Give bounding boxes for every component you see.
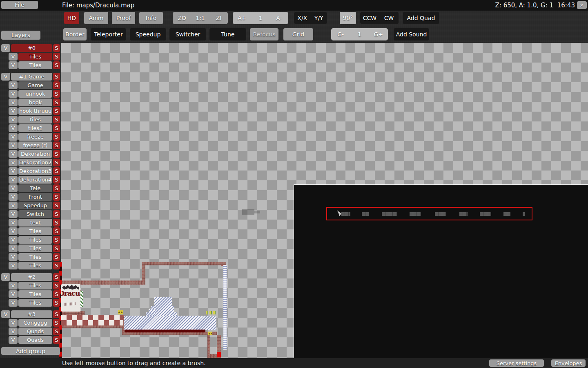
layer-settings-button[interactable]: S <box>53 176 60 184</box>
tileset-tile-cluster[interactable] <box>410 212 421 216</box>
layer-name-button[interactable]: #3 <box>11 310 52 318</box>
tileset-tile-cluster[interactable] <box>382 212 397 216</box>
layer-settings-button[interactable]: S <box>53 210 60 218</box>
layer-name-button[interactable]: Tiles <box>18 53 52 61</box>
anim-toggle-button[interactable]: Anim <box>84 12 108 24</box>
layer-settings-button[interactable]: S <box>53 202 60 209</box>
layer-settings-button[interactable]: S <box>53 262 60 269</box>
layer-name-button[interactable]: Congggg <box>18 319 52 327</box>
layer-settings-button[interactable]: S <box>53 61 60 69</box>
speedup-button[interactable]: Speedup <box>130 28 166 40</box>
tileset-tile-cluster[interactable] <box>503 212 510 216</box>
layer-settings-button[interactable]: S <box>53 81 60 89</box>
layer-name-button[interactable]: Tiles <box>18 236 52 244</box>
grid-minus-button[interactable]: G- <box>331 31 350 38</box>
layer-name-button[interactable]: Quads <box>18 336 52 344</box>
add-sound-button[interactable]: Add Sound <box>394 28 429 40</box>
layer-name-button[interactable]: Tiles <box>18 290 52 298</box>
flip-x-button[interactable]: X/X <box>294 15 311 21</box>
layer-settings-button[interactable]: S <box>53 227 60 235</box>
layer-name-button[interactable]: Tiles <box>18 227 52 235</box>
layer-settings-button[interactable]: S <box>53 184 60 192</box>
layer-name-button[interactable]: #0 <box>11 44 52 52</box>
layer-visibility-toggle[interactable]: V <box>9 245 18 252</box>
layer-visibility-toggle[interactable]: V <box>9 202 18 209</box>
layer-name-button[interactable]: Dekoration3 <box>18 167 52 175</box>
teleporter-button[interactable]: Teleporter <box>91 28 126 40</box>
add-group-button[interactable]: Add group <box>1 347 60 355</box>
layer-settings-button[interactable]: S <box>53 133 60 141</box>
tileset-tile-cluster[interactable] <box>435 212 446 216</box>
tileset-picker-panel[interactable] <box>294 184 588 359</box>
layer-visibility-toggle[interactable]: V <box>9 124 18 132</box>
layer-name-button[interactable]: Tele <box>18 184 52 192</box>
layer-visibility-toggle[interactable]: V <box>9 193 18 201</box>
layer-visibility-toggle[interactable]: V <box>9 107 18 115</box>
layer-settings-button[interactable]: S <box>53 299 60 307</box>
layer-settings-button[interactable]: S <box>53 124 60 132</box>
layer-visibility-toggle[interactable]: V <box>9 116 18 123</box>
info-toggle-button[interactable]: Info <box>139 12 163 24</box>
layer-visibility-toggle[interactable]: V <box>1 310 10 318</box>
close-icon[interactable]: × <box>577 1 587 9</box>
layer-visibility-toggle[interactable]: V <box>9 61 18 69</box>
layer-name-button[interactable]: Tiles <box>18 282 52 289</box>
layer-name-button[interactable]: Tiles <box>18 262 52 269</box>
layer-settings-button[interactable]: S <box>53 159 60 166</box>
layer-visibility-toggle[interactable]: V <box>9 328 18 335</box>
layer-settings-button[interactable]: S <box>53 253 60 261</box>
layer-name-button[interactable]: #1 Game <box>11 73 52 81</box>
layer-visibility-toggle[interactable]: V <box>9 282 18 289</box>
layer-settings-button[interactable]: S <box>53 116 60 123</box>
layer-visibility-toggle[interactable]: V <box>9 210 18 218</box>
layer-visibility-toggle[interactable]: V <box>1 44 10 52</box>
layer-visibility-toggle[interactable]: V <box>9 184 18 192</box>
layer-name-button[interactable]: Tiles <box>18 253 52 261</box>
refocus-button[interactable]: Refocus <box>250 28 278 40</box>
zoom-reset-button[interactable]: 1:1 <box>191 15 209 21</box>
layer-visibility-toggle[interactable]: V <box>9 141 18 149</box>
switcher-button[interactable]: Switcher <box>169 28 206 40</box>
layer-name-button[interactable]: Front <box>18 193 52 201</box>
tileset-tile-cluster[interactable] <box>362 212 369 216</box>
layer-visibility-toggle[interactable]: V <box>9 290 18 298</box>
layer-settings-button[interactable]: S <box>53 99 60 106</box>
layer-settings-button[interactable]: S <box>53 73 60 81</box>
layer-visibility-toggle[interactable]: V <box>9 53 18 61</box>
layer-settings-button[interactable]: S <box>53 319 60 327</box>
layer-name-button[interactable]: Switch <box>18 210 52 218</box>
zoom-out-button[interactable]: ZO <box>173 15 191 21</box>
layer-visibility-toggle[interactable]: V <box>9 99 18 106</box>
layer-visibility-toggle[interactable]: V <box>9 336 18 344</box>
layer-settings-button[interactable]: S <box>53 290 60 298</box>
tileset-tile-cluster[interactable] <box>341 212 350 216</box>
layer-settings-button[interactable]: S <box>53 167 60 175</box>
layer-name-button[interactable]: hook thruuu <box>18 107 52 115</box>
layer-visibility-toggle[interactable]: V <box>9 167 18 175</box>
layer-visibility-toggle[interactable]: V <box>9 227 18 235</box>
layer-name-button[interactable]: Tiles <box>18 61 52 69</box>
layer-visibility-toggle[interactable]: V <box>1 273 10 281</box>
layer-visibility-toggle[interactable]: V <box>9 253 18 261</box>
zoom-in-button[interactable]: ZI <box>209 15 228 21</box>
border-button[interactable]: Border <box>63 28 87 40</box>
anim-faster-button[interactable]: A+ <box>233 15 251 21</box>
layer-settings-button[interactable]: S <box>53 44 60 52</box>
layer-visibility-toggle[interactable]: V <box>1 73 10 81</box>
layer-settings-button[interactable]: S <box>53 90 60 98</box>
layer-visibility-toggle[interactable]: V <box>9 159 18 166</box>
layer-visibility-toggle[interactable]: V <box>9 262 18 269</box>
rotate-ccw-button[interactable]: CCW <box>360 15 379 21</box>
layer-name-button[interactable]: hook <box>18 99 52 106</box>
layer-settings-button[interactable]: S <box>53 193 60 201</box>
layer-visibility-toggle[interactable]: V <box>9 299 18 307</box>
layer-name-button[interactable]: text <box>18 219 52 227</box>
proof-toggle-button[interactable]: Proof <box>112 12 135 24</box>
layer-settings-button[interactable]: S <box>53 328 60 335</box>
layer-name-button[interactable]: Speedup <box>18 202 52 209</box>
layer-settings-button[interactable]: S <box>53 245 60 252</box>
layer-settings-button[interactable]: S <box>53 107 60 115</box>
layer-name-button[interactable]: #2 <box>11 273 52 281</box>
layer-name-button[interactable]: freeze <box>18 133 52 141</box>
tileset-tile-cluster[interactable] <box>523 212 525 216</box>
